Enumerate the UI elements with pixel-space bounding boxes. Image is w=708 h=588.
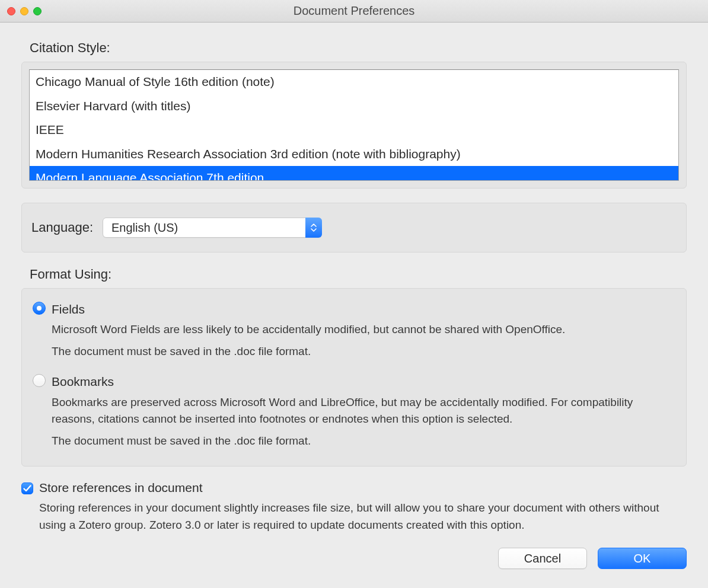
window-titlebar: Document Preferences	[0, 0, 708, 23]
language-select-value: English (US)	[103, 218, 322, 238]
zoom-window-button[interactable]	[33, 7, 42, 15]
store-references-row: Store references in document	[21, 481, 687, 495]
minimize-window-button[interactable]	[20, 7, 28, 15]
format-option-description: Microsoft Word Fields are less likely to…	[52, 321, 675, 338]
format-option-description: Bookmarks are preserved across Microsoft…	[52, 394, 675, 428]
format-using-label: Format Using:	[21, 267, 687, 282]
format-option-description: The document must be saved in the .doc f…	[52, 433, 675, 450]
citation-style-option[interactable]: Chicago Manual of Style 16th edition (no…	[30, 70, 678, 94]
format-option-description: The document must be saved in the .doc f…	[52, 343, 675, 360]
citation-style-list[interactable]: Chicago Manual of Style 16th edition (no…	[29, 69, 679, 181]
citation-style-option[interactable]: Modern Humanities Research Association 3…	[30, 142, 678, 167]
citation-style-option[interactable]: Modern Language Association 7th edition	[30, 166, 678, 181]
format-option-fields: FieldsMicrosoft Word Fields are less lik…	[33, 301, 675, 360]
citation-style-panel: Chicago Manual of Style 16th edition (no…	[21, 62, 687, 188]
radio-icon	[33, 374, 46, 387]
close-window-button[interactable]	[7, 7, 15, 15]
radio-icon	[33, 302, 46, 315]
citation-style-option[interactable]: Elsevier Harvard (with titles)	[30, 94, 678, 119]
traffic-lights	[7, 7, 42, 15]
format-radio-fields[interactable]: Fields	[33, 301, 675, 318]
language-label: Language:	[31, 220, 93, 235]
language-panel: Language: English (US)	[21, 203, 687, 253]
format-option-bookmarks: BookmarksBookmarks are preserved across …	[33, 373, 675, 449]
format-option-label: Fields	[52, 301, 85, 318]
dialog-buttons: Cancel OK	[21, 548, 687, 569]
store-references-label: Store references in document	[39, 481, 202, 495]
format-option-label: Bookmarks	[52, 373, 114, 390]
citation-style-label: Citation Style:	[21, 40, 687, 56]
format-radio-bookmarks[interactable]: Bookmarks	[33, 373, 675, 390]
citation-style-option[interactable]: IEEE	[30, 118, 678, 142]
store-references-checkbox[interactable]	[21, 482, 33, 494]
select-arrows-icon	[305, 218, 322, 238]
format-using-panel: FieldsMicrosoft Word Fields are less lik…	[21, 288, 687, 466]
cancel-button[interactable]: Cancel	[498, 548, 587, 569]
content-area: Citation Style: Chicago Manual of Style …	[0, 23, 708, 581]
window-title: Document Preferences	[0, 4, 708, 18]
ok-button[interactable]: OK	[598, 548, 687, 569]
language-select[interactable]: English (US)	[103, 218, 322, 238]
store-references-description: Storing references in your document slig…	[39, 500, 687, 533]
